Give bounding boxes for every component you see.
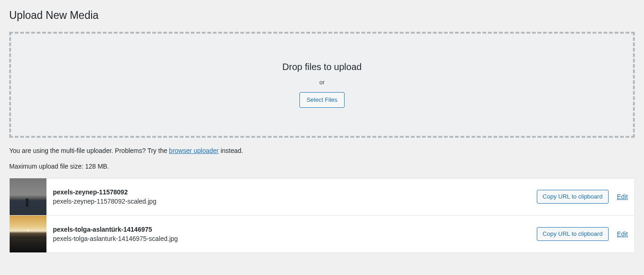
select-files-button[interactable]: Select Files: [299, 92, 344, 108]
uploader-info-prefix: You are using the multi-file uploader. P…: [9, 147, 169, 154]
media-info: pexels-tolga-aslantürk-14146975 pexels-t…: [46, 226, 537, 242]
media-title: pexels-zeynep-11578092: [53, 188, 537, 196]
media-list: pexels-zeynep-11578092 pexels-zeynep-115…: [9, 178, 635, 253]
media-item: pexels-tolga-aslantürk-14146975 pexels-t…: [10, 216, 634, 252]
max-upload-size: Maximum upload file size: 128 MB.: [9, 163, 635, 170]
copy-url-button[interactable]: Copy URL to clipboard: [537, 227, 609, 241]
edit-link[interactable]: Edit: [617, 230, 628, 238]
media-thumbnail: [10, 178, 46, 215]
drop-or-text: or: [319, 79, 325, 86]
media-thumbnail: [10, 216, 46, 252]
media-info: pexels-zeynep-11578092 pexels-zeynep-115…: [46, 188, 537, 205]
edit-link[interactable]: Edit: [617, 193, 628, 200]
media-filename: pexels-tolga-aslanturk-14146975-scaled.j…: [53, 235, 537, 242]
page-title: Upload New Media: [9, 5, 635, 32]
uploader-info-suffix: instead.: [219, 147, 243, 154]
drop-instruction: Drop files to upload: [282, 62, 362, 72]
media-actions: Copy URL to clipboard Edit: [537, 227, 634, 241]
media-title: pexels-tolga-aslantürk-14146975: [53, 226, 537, 233]
copy-url-button[interactable]: Copy URL to clipboard: [537, 190, 609, 204]
browser-uploader-link[interactable]: browser uploader: [169, 147, 218, 154]
uploader-info: You are using the multi-file uploader. P…: [9, 147, 635, 154]
upload-page: Upload New Media Drop files to upload or…: [0, 0, 644, 262]
media-filename: pexels-zeynep-11578092-scaled.jpg: [53, 198, 537, 205]
media-actions: Copy URL to clipboard Edit: [537, 190, 634, 204]
dropzone[interactable]: Drop files to upload or Select Files: [9, 32, 635, 138]
media-item: pexels-zeynep-11578092 pexels-zeynep-115…: [10, 179, 634, 216]
